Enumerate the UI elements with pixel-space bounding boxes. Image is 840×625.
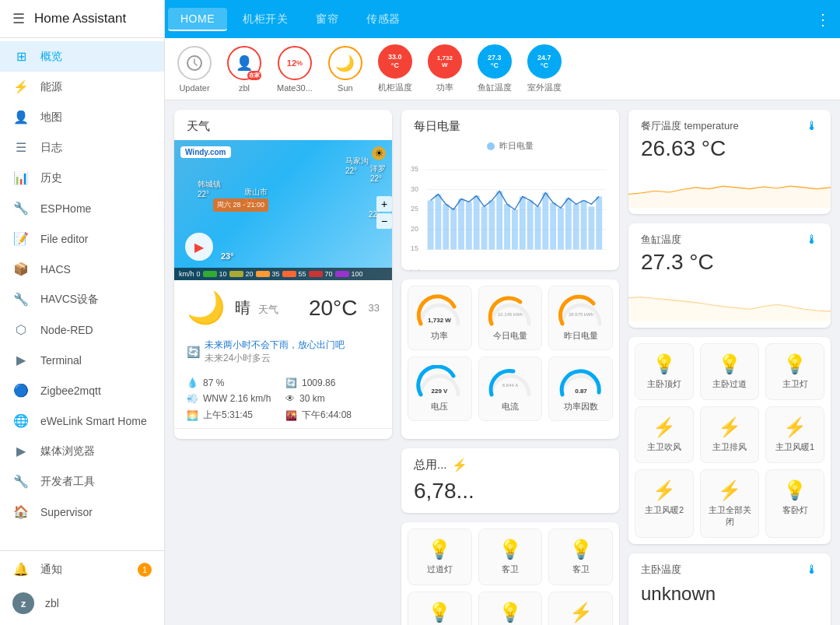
svg-text:1,732 W: 1,732 W xyxy=(428,317,451,324)
status-fish-temp[interactable]: 27.3°C 鱼缸温度 xyxy=(478,44,512,93)
svg-rect-19 xyxy=(481,206,488,249)
sidebar-item-zigbee[interactable]: 🔵 Zigbee2mqtt xyxy=(0,375,164,406)
sidebar-item-logs[interactable]: ☰ 日志 xyxy=(0,132,164,163)
light-guest-bath1[interactable]: 💡 客卫 xyxy=(478,528,543,585)
light-guest-room[interactable]: 💡 客卧灯 xyxy=(765,469,824,538)
sidebar-item-supervisor[interactable]: 🏠 Supervisor xyxy=(0,497,164,527)
light-zigbee-switch[interactable]: ⚡ zigbee开关 xyxy=(548,592,613,625)
sidebar-label-overview: 概览 xyxy=(40,50,62,64)
status-outdoor-temp[interactable]: 24.7°C 室外温度 xyxy=(527,44,562,93)
play-button[interactable]: ▶ xyxy=(185,233,213,261)
status-cabinet-temp[interactable]: 33.0°C 机柜温度 xyxy=(378,44,412,93)
wind-value: WNW 2.16 km/h xyxy=(203,393,271,404)
sidebar-item-terminal[interactable]: ▶ Terminal xyxy=(0,345,164,375)
gauge-today: 22.145 kWh xyxy=(485,294,535,327)
sidebar-item-fileeditor[interactable]: 📝 File editor xyxy=(0,223,164,254)
weather-time-badge: 周六 28 - 21:00 xyxy=(213,198,268,212)
tab-curtain[interactable]: 窗帘 xyxy=(303,8,351,31)
svg-rect-34 xyxy=(596,197,602,250)
power-icon-1: ⚡ xyxy=(653,416,676,438)
master-temp-title: 主卧温度 xyxy=(641,563,681,577)
humidity-num: 33 xyxy=(369,302,380,314)
sidebar-item-overview[interactable]: ⊞ 概览 xyxy=(0,41,164,72)
lights-grid-1: 💡 主卧顶灯 💡 主卧过道 💡 主卫灯 ⚡ 主卫吹风 ⚡ xyxy=(628,337,831,544)
bulb-icon-3: 💡 xyxy=(783,353,807,375)
gauge-voltage: 229 V xyxy=(415,365,464,398)
light-bath-heat2[interactable]: ⚡ 主卫风暖2 xyxy=(635,469,694,538)
zoom-out[interactable]: − xyxy=(376,213,392,229)
meter-pf[interactable]: 0.87 功率因数 xyxy=(548,356,613,421)
outdoor-temp-label: 室外温度 xyxy=(527,82,562,93)
light-bath-heat1[interactable]: ⚡ 主卫风暖1 xyxy=(765,406,824,463)
speed-bar: km/h0 10 20 35 55 70 100 xyxy=(174,268,392,280)
media-icon: ▶ xyxy=(12,444,30,458)
light-corridor[interactable]: 💡 过道灯 xyxy=(408,528,472,585)
sidebar-item-hacs[interactable]: 📦 HACS xyxy=(0,254,164,284)
meter-yesterday[interactable]: 28.675 kWh 昨日电量 xyxy=(548,286,613,350)
sidebar-item-user[interactable]: z zbl xyxy=(0,585,164,622)
content-area: 天气 Windy.com 马家沟22° 洋罗22° 韩城镇22° 唐山市27° … xyxy=(165,100,840,625)
light-bath-fan[interactable]: ⚡ 主卫吹风 xyxy=(635,406,694,463)
forecast-1[interactable]: 周一 08/29 ⛅ 29°C 18.6°C 0mm xyxy=(220,435,261,439)
sidebar-item-ewelink[interactable]: 🌐 eWeLink Smart Home xyxy=(0,406,164,436)
status-zbl[interactable]: 👤 在家 zbl xyxy=(227,46,261,93)
wind-indicator: ☀ xyxy=(372,146,386,160)
bulb-dining-icon: 💡 xyxy=(428,602,451,623)
light-dining-main[interactable]: 💡 餐厅房灯 xyxy=(408,592,472,625)
forecast-2[interactable]: 周二 08/30 🌧 28°C 19°C 0mm xyxy=(263,435,304,439)
zoom-controls[interactable]: + − xyxy=(376,196,392,229)
light-master-ceiling[interactable]: 💡 主卧顶灯 xyxy=(635,343,694,400)
meter-today[interactable]: 22.145 kWh 今日电量 xyxy=(478,286,543,350)
light-bath-all-off[interactable]: ⚡ 主卫全部关闭 xyxy=(700,469,759,538)
light-label-4: 主卫吹风 xyxy=(647,441,681,453)
power-circle: 1,732W xyxy=(428,44,462,79)
meter-power[interactable]: 1,732 W 功率 xyxy=(408,286,472,350)
tab-home[interactable]: HOME xyxy=(168,8,227,31)
weather-current: 🌙 晴 天气 20°C 33 xyxy=(174,280,392,335)
light-label-6: 主卫风暖1 xyxy=(775,441,814,453)
status-sun[interactable]: 🌙 Sun xyxy=(328,46,362,93)
light-master-corridor[interactable]: 💡 主卧过道 xyxy=(700,343,759,400)
city-majiagou: 马家沟22° xyxy=(345,156,369,175)
svg-rect-15 xyxy=(450,208,457,249)
svg-rect-24 xyxy=(520,197,526,250)
light-label-7: 主卫风暖2 xyxy=(645,504,684,516)
energy-chart: 35 30 25 20 15 kwh xyxy=(411,161,610,270)
weather-map[interactable]: Windy.com 马家沟22° 洋罗22° 韩城镇22° 唐山市27° 22°… xyxy=(174,140,392,280)
light-master-bath[interactable]: 💡 主卫灯 xyxy=(765,343,824,400)
topbar-menu-icon[interactable]: ⋮ xyxy=(806,4,840,35)
status-mate30[interactable]: 12% Mate30... xyxy=(277,46,313,93)
tab-cabinet[interactable]: 机柜开关 xyxy=(230,8,300,31)
main-content: HOME 机柜开关 窗帘 传感器 ⋮ Updater 👤 在家 zbl 12% xyxy=(165,0,840,625)
light-guest-bath2[interactable]: 💡 客卫 xyxy=(548,528,613,585)
sidebar-item-notifications[interactable]: 🔔 通知 1 xyxy=(0,554,164,585)
meter-current[interactable]: 8.644 A 电流 xyxy=(478,356,543,421)
menu-icon[interactable]: ☰ xyxy=(12,10,25,27)
meter-voltage[interactable]: 229 V 电压 xyxy=(408,356,472,421)
forecast-4[interactable]: 09/01 ⛅ 28°C 18°C 0mm xyxy=(348,435,389,439)
sidebar-item-nodered[interactable]: ⬡ Node-RED xyxy=(0,314,164,345)
light-label-9: 客卧灯 xyxy=(782,504,808,516)
sidebar-item-energy[interactable]: ⚡ 能源 xyxy=(0,72,164,102)
light-dining-spot[interactable]: 💡 餐厅射灯 xyxy=(478,592,543,625)
master-temp-card: 主卧温度 🌡 unknown xyxy=(628,553,831,625)
sidebar-item-havcs[interactable]: 🔧 HAVCS设备 xyxy=(0,284,164,314)
sidebar-item-devtools[interactable]: 🔧 开发者工具 xyxy=(0,466,164,497)
sidebar-nav: ⊞ 概览 ⚡ 能源 👤 地图 ☰ 日志 📊 历史 🔧 ESPHome 📝 Fil… xyxy=(0,38,164,550)
weather-icon: 🌙 xyxy=(187,290,226,326)
sidebar-item-esphome[interactable]: 🔧 ESPHome xyxy=(0,193,164,223)
sidebar-label-fileeditor: File editor xyxy=(40,233,88,245)
sun-circle: 🌙 xyxy=(328,46,362,80)
status-updater[interactable]: Updater xyxy=(177,46,212,93)
sidebar-item-history[interactable]: 📊 历史 xyxy=(0,163,164,193)
zoom-in[interactable]: + xyxy=(376,196,392,212)
forecast-3[interactable]: 周三 08/31 ⛅ 29°C 19°C 0.78mm xyxy=(305,435,346,439)
sidebar-item-map[interactable]: 👤 地图 xyxy=(0,102,164,132)
forecast-0[interactable]: 周日 08/28 ⛅ 28°C 18°C 0mm xyxy=(177,435,219,439)
visibility-icon: 👁 xyxy=(285,393,295,404)
tab-sensor[interactable]: 传感器 xyxy=(354,8,413,31)
light-bath-exhaust[interactable]: ⚡ 主卫排风 xyxy=(700,406,759,463)
status-power[interactable]: 1,732W 功率 xyxy=(428,44,462,93)
pressure-value: 1009.86 xyxy=(302,377,335,388)
sidebar-item-media[interactable]: ▶ 媒体浏览器 xyxy=(0,436,164,466)
